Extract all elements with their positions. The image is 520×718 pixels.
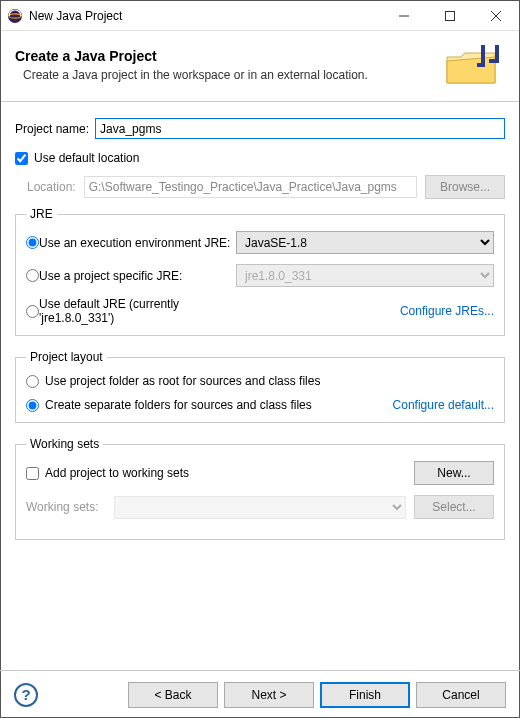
working-sets-legend: Working sets [26,437,103,451]
working-sets-label: Working sets: [26,500,98,514]
window-title: New Java Project [29,9,381,23]
working-sets-select [114,496,406,519]
help-icon[interactable]: ? [14,683,38,707]
project-layout-group: Project layout Use project folder as roo… [15,350,505,423]
browse-button: Browse... [425,175,505,199]
location-input [84,176,417,198]
jre-legend: JRE [26,207,57,221]
add-working-sets-checkbox[interactable] [26,467,39,480]
project-name-label: Project name: [15,122,89,136]
use-default-location-row: Use default location [15,151,505,165]
project-layout-legend: Project layout [26,350,107,364]
back-button[interactable]: < Back [128,682,218,708]
jre-default-label: Use default JRE (currently 'jre1.8.0_331… [39,297,236,325]
use-default-location-checkbox[interactable] [15,152,28,165]
use-default-location-label: Use default location [34,151,139,165]
jre-project-specific-select: jre1.8.0_331 [236,264,494,287]
new-working-set-button[interactable]: New... [414,461,494,485]
layout-separate-label: Create separate folders for sources and … [45,398,312,412]
select-working-set-button: Select... [414,495,494,519]
folder-java-icon [441,41,505,89]
titlebar: New Java Project [1,1,519,31]
banner-subheading: Create a Java project in the workspace o… [15,68,441,82]
jre-exec-env-label: Use an execution environment JRE: [39,236,230,250]
location-row: Location: Browse... [15,175,505,199]
close-button[interactable] [473,1,519,31]
svg-point-0 [8,9,22,23]
layout-separate-radio[interactable] [26,399,39,412]
dialog-content: Project name: Use default location Locat… [1,102,519,564]
configure-jres-link[interactable]: Configure JREs... [400,304,494,318]
minimize-button[interactable] [381,1,427,31]
svg-rect-9 [495,45,499,63]
next-button[interactable]: Next > [224,682,314,708]
layout-root-label: Use project folder as root for sources a… [45,374,320,388]
cancel-button[interactable]: Cancel [416,682,506,708]
layout-root-radio[interactable] [26,375,39,388]
eclipse-icon [7,8,23,24]
jre-default-radio[interactable] [26,305,39,318]
jre-project-specific-radio[interactable] [26,269,39,282]
banner: Create a Java Project Create a Java proj… [1,31,519,102]
maximize-button[interactable] [427,1,473,31]
add-working-sets-label: Add project to working sets [45,466,189,480]
working-sets-group: Working sets Add project to working sets… [15,437,505,540]
project-name-input[interactable] [95,118,505,139]
svg-rect-3 [446,11,455,20]
jre-exec-env-select[interactable]: JavaSE-1.8 [236,231,494,254]
jre-exec-env-radio[interactable] [26,236,39,249]
banner-heading: Create a Java Project [15,48,441,64]
project-name-row: Project name: [15,118,505,139]
configure-default-link[interactable]: Configure default... [393,398,494,412]
svg-rect-7 [477,63,485,67]
location-label: Location: [27,180,76,194]
jre-project-specific-label: Use a project specific JRE: [39,269,182,283]
finish-button[interactable]: Finish [320,682,410,708]
bottom-bar: ? < Back Next > Finish Cancel [0,670,520,718]
jre-group: JRE Use an execution environment JRE: Ja… [15,207,505,336]
